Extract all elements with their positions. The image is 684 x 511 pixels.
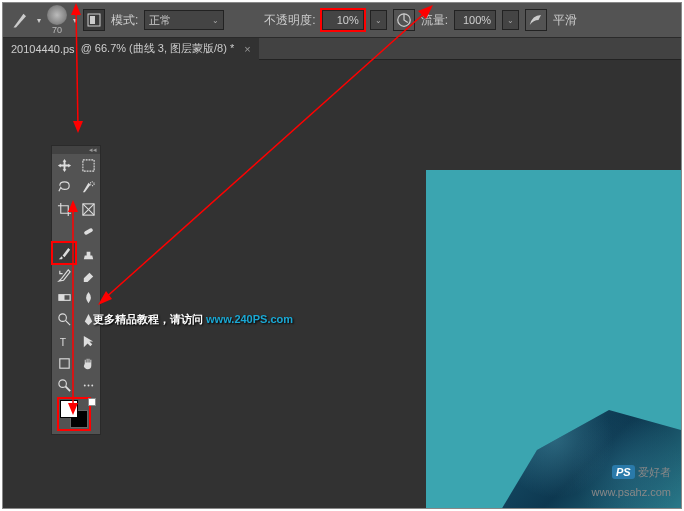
mode-label: 模式: — [111, 12, 138, 29]
marquee-tool[interactable] — [76, 154, 100, 176]
opacity-label: 不透明度: — [264, 12, 315, 29]
path-select-tool[interactable] — [76, 330, 100, 352]
foreground-color-swatch[interactable] — [60, 400, 78, 418]
document-image[interactable] — [426, 170, 681, 509]
opacity-value: 10% — [337, 14, 359, 26]
edit-toolbar[interactable] — [76, 374, 100, 396]
options-bar: ▾ 70 ▾ 模式: 正常 ⌄ 不透明度: 10% ⌄ 流量: 100% ⌄ — [3, 3, 681, 38]
flow-input[interactable]: 100% — [454, 10, 496, 30]
clone-stamp-tool[interactable] — [76, 242, 100, 264]
canvas-area: ◂◂ T — [3, 60, 681, 508]
brush-panel-toggle[interactable] — [83, 9, 105, 31]
watermark-logo: PS 爱好者 — [612, 465, 671, 480]
foreground-background-colors[interactable] — [60, 400, 88, 428]
watermark-footer-url: www.psahz.com — [592, 486, 671, 498]
svg-rect-8 — [83, 227, 93, 235]
svg-line-16 — [65, 386, 70, 391]
svg-rect-14 — [59, 358, 68, 367]
airbrush-button[interactable] — [525, 9, 547, 31]
svg-point-18 — [87, 384, 89, 386]
eyedropper-tool[interactable] — [52, 220, 76, 242]
document-tab[interactable]: 20104440.ps @ 66.7% (曲线 3, 图层蒙版/8) * × — [3, 38, 259, 60]
hand-tool[interactable] — [76, 352, 100, 374]
tools-panel: ◂◂ T — [51, 145, 101, 435]
eraser-tool[interactable] — [76, 264, 100, 286]
svg-rect-3 — [82, 159, 93, 170]
swap-default-colors[interactable] — [88, 398, 96, 406]
brush-size-value: 70 — [52, 25, 62, 35]
brush-preview-icon — [47, 5, 67, 25]
flow-label: 流量: — [421, 12, 448, 29]
quick-select-tool[interactable] — [76, 176, 100, 198]
chevron-down-icon: ⌄ — [375, 16, 382, 25]
tab-filename: 20104440.ps — [11, 43, 75, 55]
svg-line-12 — [65, 320, 70, 325]
tool-indicator[interactable] — [11, 10, 31, 30]
logo-text: 爱好者 — [638, 466, 671, 478]
color-swatches — [52, 396, 100, 434]
svg-marker-22 — [73, 121, 83, 133]
svg-point-11 — [58, 313, 66, 321]
blend-mode-dropdown[interactable]: 正常 ⌄ — [144, 10, 224, 30]
healing-tool[interactable] — [76, 220, 100, 242]
opacity-input[interactable]: 10% — [322, 10, 364, 30]
zoom-tool[interactable] — [52, 374, 76, 396]
blend-mode-value: 正常 — [149, 13, 171, 28]
chevron-down-icon: ⌄ — [507, 16, 514, 25]
chevron-down-icon: ⌄ — [212, 16, 219, 25]
smoothing-label: 平滑 — [553, 12, 577, 29]
svg-point-17 — [83, 384, 85, 386]
brush-tool[interactable] — [52, 242, 76, 264]
svg-point-19 — [91, 384, 93, 386]
close-icon[interactable]: × — [244, 43, 250, 55]
chevron-down-icon[interactable]: ▾ — [73, 16, 77, 25]
frame-tool[interactable] — [76, 198, 100, 220]
gradient-tool[interactable] — [52, 286, 76, 308]
svg-point-4 — [90, 181, 94, 185]
photoshop-window: ▾ 70 ▾ 模式: 正常 ⌄ 不透明度: 10% ⌄ 流量: 100% ⌄ — [2, 2, 682, 509]
watermark-cn: 更多精品教程，请访问 — [93, 313, 206, 325]
type-tool[interactable]: T — [52, 330, 76, 352]
watermark-text: 更多精品教程，请访问 www.240PS.com — [93, 303, 293, 329]
pressure-opacity-button[interactable] — [393, 9, 415, 31]
shape-tool[interactable] — [52, 352, 76, 374]
chevron-down-icon[interactable]: ▾ — [37, 16, 41, 25]
svg-point-15 — [58, 379, 66, 387]
document-tab-bar: 20104440.ps @ 66.7% (曲线 3, 图层蒙版/8) * × — [3, 38, 681, 60]
move-tool[interactable] — [52, 154, 76, 176]
collapse-icon: ◂◂ — [89, 146, 97, 154]
flow-value: 100% — [463, 14, 491, 26]
svg-text:T: T — [59, 337, 66, 348]
watermark-url: www.240PS.com — [206, 313, 293, 325]
svg-rect-10 — [58, 294, 64, 300]
tab-zoom-info: @ 66.7% (曲线 3, 图层蒙版/8) * — [81, 41, 235, 56]
dodge-tool[interactable] — [52, 308, 76, 330]
logo-badge: PS — [612, 465, 635, 479]
brush-preset-picker[interactable]: 70 — [47, 5, 67, 35]
crop-tool[interactable] — [52, 198, 76, 220]
opacity-dropdown[interactable]: ⌄ — [370, 10, 387, 30]
panel-header[interactable]: ◂◂ — [52, 146, 100, 154]
flow-dropdown[interactable]: ⌄ — [502, 10, 519, 30]
lasso-tool[interactable] — [52, 176, 76, 198]
history-brush-tool[interactable] — [52, 264, 76, 286]
svg-rect-1 — [90, 16, 95, 24]
